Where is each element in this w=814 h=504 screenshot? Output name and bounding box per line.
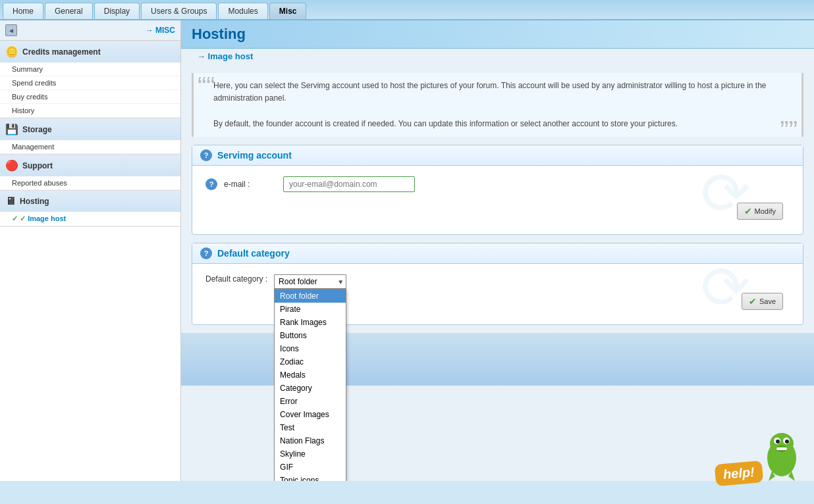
servimg-section-title: ? Servimg account [192,145,803,166]
sidebar-section-hosting: 🖥Hosting✓ Image host [0,191,180,227]
dropdown-item-category[interactable]: Category [275,382,346,395]
dropdown-item-skyline[interactable]: Skyline [275,447,346,461]
page-title: Hosting [192,26,246,43]
sidebar-section-header-credits[interactable]: 🪙Credits management [0,41,180,63]
help-mascot: help! [715,432,807,481]
dropdown-item-root-folder[interactable]: Root folder [275,290,346,303]
dropdown-item-pirate[interactable]: Pirate [275,303,346,316]
sidebar-section-header-support[interactable]: 🔴Support [0,155,180,176]
modify-icon: ✔ [744,206,752,216]
servimg-section-content: ⟳ ? e-mail : ✔ Modify [192,166,803,234]
section-label-support: Support [22,161,53,170]
section-icon-hosting: 🖥 [5,195,16,207]
sidebar-header: ◄ → MISC [0,20,180,41]
check-icon: ✓ [20,214,28,222]
dropdown-item-zodiac[interactable]: Zodiac [275,355,346,368]
save-button[interactable]: ✔ Save [742,293,783,310]
dropdown-item-buttons[interactable]: Buttons [275,329,346,342]
category-section-label: Default category [217,248,290,259]
modify-button[interactable]: ✔ Modify [737,203,783,220]
sidebar: ◄ → MISC 🪙Credits managementSummarySpend… [0,20,181,481]
dropdown-item-nation-flags[interactable]: Nation Flags [275,434,346,447]
misc-label: → MISC [146,26,175,35]
sidebar-item-credits-2[interactable]: Buy credits [0,90,180,104]
sidebar-item-credits-1[interactable]: Spend credits [0,76,180,90]
breadcrumb: → Image host [197,51,253,61]
section-label-storage: Storage [22,125,52,134]
dropdown-item-rank-images[interactable]: Rank Images [275,316,346,329]
sidebar-section-support: 🔴SupportReported abuses [0,155,180,191]
category-help-icon[interactable]: ? [200,247,212,259]
servimg-section-label: Servimg account [217,150,292,161]
sidebar-item-hosting-0[interactable]: ✓ Image host [0,212,180,226]
svg-point-4 [776,440,780,443]
section-label-credits: Credits management [22,47,101,57]
section-icon-storage: 💾 [5,123,18,136]
dropdown-container: Root folderPirateRank ImagesButtonsIcons… [274,274,346,289]
category-row: Default category : Root folderPirateRank… [205,274,790,289]
sidebar-items-storage: Management [0,140,180,154]
servimg-help-icon[interactable]: ? [200,149,212,161]
sidebar-item-credits-3[interactable]: History [0,104,180,118]
default-category-title: ? Default category [192,243,803,264]
sidebar-items-credits: SummarySpend creditsBuy creditsHistory [0,63,180,118]
sidebar-section-credits: 🪙Credits managementSummarySpend creditsB… [0,41,180,118]
email-help-icon[interactable]: ? [205,178,217,190]
sidebar-section-header-hosting[interactable]: 🖥Hosting [0,191,180,212]
tab-misc[interactable]: Misc [269,3,307,19]
tab-modules[interactable]: Modules [218,3,267,19]
sidebar-item-credits-0[interactable]: Summary [0,63,180,76]
save-icon: ✔ [749,296,757,307]
dropdown-list: Root folderPirateRank ImagesButtonsIcons… [274,289,346,481]
sidebar-items-hosting: ✓ Image host [0,212,180,226]
svg-point-5 [785,440,789,443]
email-input[interactable] [283,176,415,192]
tab-users-&-groups[interactable]: Users & Groups [141,3,217,19]
breadcrumb-bar: → Image host [181,49,814,66]
main-layout: ◄ → MISC 🪙Credits managementSummarySpend… [0,20,814,481]
dropdown-item-gif[interactable]: GIF [275,461,346,474]
sidebar-items-support: Reported abuses [0,176,180,190]
description-block: Here, you can select the Servimg account… [192,73,803,137]
select-wrapper: Root folderPirateRank ImagesButtonsIcons… [274,274,346,289]
description-line1: Here, you can select the Servimg account… [213,80,782,105]
sidebar-item-support-0[interactable]: Reported abuses [0,176,180,190]
section-icon-credits: 🪙 [5,45,18,58]
sidebar-item-storage-0[interactable]: Management [0,140,180,154]
sidebar-collapse-button[interactable]: ◄ [5,24,17,36]
default-category-section: ? Default category ⟳ Default category : … [192,243,803,325]
sidebar-sections: 🪙Credits managementSummarySpend creditsB… [0,41,180,227]
top-nav: HomeGeneralDisplayUsers & GroupsModulesM… [0,0,814,20]
help-bubble: help! [715,461,763,481]
section-label-hosting: Hosting [20,197,49,206]
modify-btn-row: ✔ Modify [205,199,790,224]
tab-display[interactable]: Display [94,3,140,19]
save-label: Save [759,297,776,305]
sidebar-section-header-storage[interactable]: 💾Storage [0,118,180,140]
category-label: Default category : [205,274,267,284]
section-icon-support: 🔴 [5,159,18,172]
tab-home[interactable]: Home [3,3,43,19]
dropdown-item-cover-images[interactable]: Cover Images [275,408,346,421]
dropdown-item-icons[interactable]: Icons [275,342,346,355]
dropdown-item-topic-icons[interactable]: Topic icons [275,474,346,481]
dropdown-item-error[interactable]: Error [275,395,346,408]
description-line2: By default, the founder account is creat… [213,118,782,130]
svg-rect-7 [776,447,787,450]
servimg-section: ? Servimg account ⟳ ? e-mail : ✔ Modify [192,145,803,235]
email-label: e-mail : [224,180,277,189]
tab-general[interactable]: General [45,3,93,19]
modify-label: Modify [755,207,776,215]
dropdown-item-medals[interactable]: Medals [275,368,346,382]
help-monster [765,432,798,481]
email-row: ? e-mail : [205,176,790,192]
dropdown-item-test[interactable]: Test [275,421,346,434]
category-select[interactable]: Root folderPirateRank ImagesButtonsIcons… [274,274,346,289]
sidebar-section-storage: 💾StorageManagement [0,118,180,155]
page-title-bar: Hosting [181,20,814,49]
content-area: Hosting → Image host Here, you can selec… [181,20,814,481]
category-section-content: ⟳ Default category : Root folderPirateRa… [192,264,803,324]
